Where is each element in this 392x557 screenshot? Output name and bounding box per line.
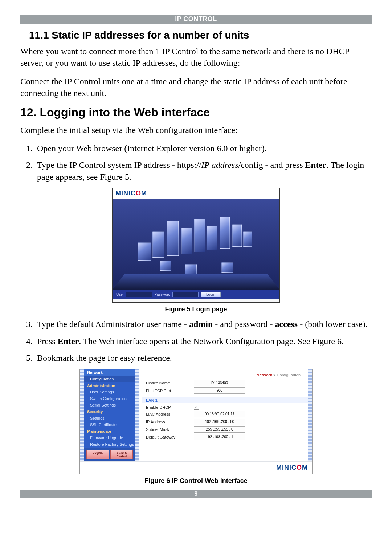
default-gateway-label: Default Gateway	[146, 435, 189, 439]
device-name-input[interactable]: D1133400	[194, 380, 245, 386]
sidebar-cat-maintenance: Maintenance	[84, 428, 135, 435]
figure-6-right-stripe	[308, 369, 312, 461]
subnet-mask-input[interactable]: 255 .255 .255 . 0	[194, 426, 245, 433]
breadcrumb-network[interactable]: Network	[257, 373, 272, 377]
step-2-ip-address-italic: IP address	[201, 160, 238, 170]
login-user-label: User	[116, 292, 124, 296]
enable-dhcp-checkbox[interactable]: ✓	[194, 405, 199, 410]
figure-5-login-page: MINICOM User Password Login	[112, 188, 280, 303]
step-4-text-c: . The Web interface opens at the Network…	[79, 336, 344, 346]
footer-logo-a: MINIC	[276, 464, 297, 471]
figure-6-left-stripe	[80, 369, 84, 461]
scene-cube-icon	[138, 242, 151, 261]
document-page: IP CONTROL 11.1 Static IP addresses for …	[0, 0, 392, 498]
form-row-ip: IP Address 192 .168 .200 . 80	[146, 419, 304, 425]
step-2-enter-bold: Enter	[305, 160, 326, 170]
form-row-mask: Subnet Mask 255 .255 .255 . 0	[146, 426, 304, 433]
sidebar-item-settings[interactable]: Settings	[84, 415, 135, 421]
scene-cube-icon	[167, 221, 179, 256]
scene-cube-icon	[243, 231, 252, 247]
section-11-1-p2: Connect the IP Control units one at a ti…	[20, 76, 372, 99]
login-button[interactable]: Login	[201, 292, 220, 297]
scene-cube-icon	[181, 228, 192, 254]
sidebar-item-configuration[interactable]: Configuration	[84, 376, 135, 382]
section-11-1-p1: Where you want to connect more than 1 IP…	[20, 45, 372, 69]
logout-button[interactable]: Logout	[86, 450, 109, 459]
sidebar-item-serial-settings[interactable]: Serial Settings	[84, 402, 135, 408]
figure-6-footer-logo: MINICOM	[80, 461, 312, 474]
scene-cube-icon	[220, 217, 230, 249]
sidebar-item-restore-factory[interactable]: Restore Factory Settings	[84, 441, 135, 448]
step-3-text-a: Type the default Administrator user name…	[37, 319, 189, 329]
figure-6-mid-stripe	[135, 369, 139, 461]
login-password-label: Password	[154, 292, 170, 296]
breadcrumb-configuration: Configuration	[277, 373, 301, 377]
step-2-text-c: /config - and press	[238, 160, 305, 170]
page-header-bar: IP CONTROL	[20, 15, 372, 24]
figure-5-login-row: User Password Login	[113, 290, 279, 299]
page-footer-bar: 9	[20, 490, 372, 498]
sidebar-item-user-settings[interactable]: User Settings	[84, 389, 135, 395]
mac-address-field: 00:15:9D:02:01:17	[194, 411, 245, 417]
step-3-admin-bold: admin	[189, 319, 213, 329]
step-4-enter-bold: Enter	[58, 336, 79, 346]
step-3: Type the default Administrator user name…	[35, 318, 372, 330]
section-12-heading: 12. Logging into the Web interface	[20, 106, 372, 119]
default-gateway-input[interactable]: 192 .168 .200 . 1	[194, 434, 245, 440]
ip-address-label: IP Address	[146, 420, 189, 424]
login-password-input[interactable]	[172, 292, 199, 297]
figure-6-web-interface: Network Configuration Administration Use…	[79, 369, 313, 474]
scene-cube-icon	[160, 261, 171, 271]
logo-text-a: MINIC	[115, 190, 136, 197]
sidebar-cat-security: Security	[84, 408, 135, 415]
device-name-label: Device Name	[146, 381, 189, 385]
step-4: Press Enter. The Web interface opens at …	[35, 335, 372, 347]
footer-logo-c: M	[302, 464, 308, 471]
figure-6-caption: Figure 6 IP Control Web interface	[20, 477, 372, 485]
sidebar-item-firmware-upgrade[interactable]: Firmware Upgrade	[84, 435, 135, 441]
form-row-mac: MAC Address 00:15:9D:02:01:17	[146, 411, 304, 417]
sidebar-item-switch-configuration[interactable]: Switch Configuration	[84, 395, 135, 402]
step-1: Open your Web browser (Internet Explorer…	[35, 142, 372, 154]
step-3-access-bold: access	[275, 319, 298, 329]
form-row-enable-dhcp: Enable DHCP ✓	[146, 405, 304, 410]
scene-ground	[113, 274, 279, 290]
sidebar-cat-network: Network	[84, 369, 135, 376]
section-lan1-heading: LAN 1	[142, 397, 308, 403]
scene-cube-icon	[221, 262, 233, 273]
section-12-steps: Open your Web browser (Internet Explorer…	[20, 142, 372, 183]
save-restart-button[interactable]: Save & Restart	[110, 450, 133, 459]
figure-5-caption: Figure 5 Login page	[20, 306, 372, 313]
breadcrumb-sep: >	[272, 373, 277, 377]
breadcrumb: Network > Configuration	[146, 371, 304, 379]
tcp-port-input[interactable]: 900	[194, 387, 245, 394]
section-12-intro: Complete the initial setup via the Web c…	[20, 124, 372, 136]
step-5-text: Bookmark the page for easy reference.	[37, 353, 172, 363]
scene-cube-icon	[152, 231, 164, 258]
ip-address-input[interactable]: 192 .168 .200 . 80	[194, 419, 245, 425]
form-row-device-name: Device Name D1133400	[146, 380, 304, 386]
step-2-text-a: Type the IP Control system IP address - …	[37, 160, 201, 170]
step-4-text-a: Press	[37, 336, 58, 346]
page-number: 9	[195, 491, 198, 497]
figure-6-body: Network Configuration Administration Use…	[80, 369, 312, 461]
tcp-port-label: First TCP Port	[146, 388, 189, 393]
page-header-title: IP CONTROL	[175, 15, 217, 23]
sidebar-cat-administration: Administration	[84, 382, 135, 389]
section-12-steps-cont: Type the default Administrator user name…	[20, 318, 372, 364]
footer-oslash-icon: O	[297, 464, 302, 471]
section-11-1-heading: 11.1 Static IP addresses for a number of…	[29, 29, 372, 41]
figure-6-main: Network > Configuration Device Name D113…	[139, 369, 308, 461]
step-3-text-e: - (both lower case).	[298, 319, 368, 329]
mac-address-label: MAC Address	[146, 412, 189, 416]
sidebar-item-ssl-certificate[interactable]: SSL Certificate	[84, 421, 135, 428]
sidebar-buttons: Logout Save & Restart	[84, 448, 135, 461]
figure-5-logo: MINICOM	[113, 188, 279, 199]
enable-dhcp-label: Enable DHCP	[146, 405, 189, 409]
figure-5-footer-strip	[113, 299, 279, 302]
login-user-input[interactable]	[126, 292, 152, 297]
subnet-mask-label: Subnet Mask	[146, 427, 189, 432]
form-row-gateway: Default Gateway 192 .168 .200 . 1	[146, 434, 304, 440]
logo-oslash-icon: O	[136, 190, 141, 197]
form-row-tcp-port: First TCP Port 900	[146, 387, 304, 394]
